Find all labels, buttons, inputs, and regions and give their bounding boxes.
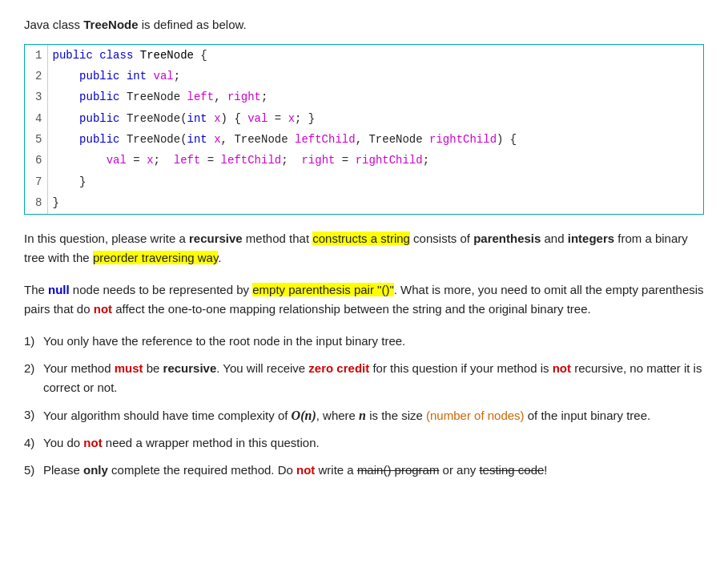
list-content-3: Your algorithm should have time complexi… (43, 405, 704, 426)
list-content-1: You only have the reference to the root … (43, 332, 704, 351)
list-num-2: 2) (24, 359, 43, 397)
zero-credit-label: zero credit (308, 361, 369, 375)
testing-code-label: testing code (479, 463, 544, 477)
line-num-5: 5 (25, 129, 47, 150)
line-num-3: 3 (25, 87, 47, 107)
code-line-1: public class TreeNode { (47, 45, 703, 66)
list-content-2: Your method must be recursive. You will … (43, 359, 704, 397)
integers-label: integers (568, 232, 614, 245)
code-row-4: 4 public TreeNode(int x) { val = x; } (25, 108, 703, 129)
code-row-6: 6 val = x; left = leftChild; right = rig… (25, 150, 703, 171)
line-num-6: 6 (25, 150, 47, 171)
code-table: 1 public class TreeNode { 2 public int v… (25, 45, 703, 214)
number-of-nodes-label: (number of nodes) (426, 409, 525, 422)
not-label-4: not (296, 463, 315, 477)
list-item-3: 3) Your algorithm should have time compl… (24, 405, 704, 426)
main-program-label: main() program (357, 463, 440, 477)
list-content-4: You do not need a wrapper method in this… (43, 433, 704, 453)
recursive-label-2: recursive (163, 361, 217, 375)
code-line-2: public int val; (47, 66, 703, 87)
code-row-7: 7 } (25, 171, 703, 192)
line-num-7: 7 (25, 171, 47, 192)
not-label-2: not (553, 361, 571, 375)
code-line-8: } (47, 192, 703, 213)
list-item-1: 1) You only have the reference to the ro… (24, 332, 704, 351)
parenthesis-label: parenthesis (473, 232, 541, 245)
not-label-3: not (83, 436, 102, 449)
list-item-5: 5) Please only complete the required met… (24, 461, 704, 480)
code-row-1: 1 public class TreeNode { (25, 45, 703, 66)
line-num-1: 1 (25, 45, 47, 66)
line-num-4: 4 (25, 108, 47, 129)
null-label: null (48, 283, 70, 296)
line-num-8: 8 (25, 192, 47, 213)
code-block: 1 public class TreeNode { 2 public int v… (24, 44, 704, 215)
code-line-6: val = x; left = leftChild; right = right… (47, 150, 703, 171)
list-item-2: 2) Your method must be recursive. You wi… (24, 359, 704, 397)
code-line-3: public TreeNode left, right; (47, 87, 703, 107)
intro-paragraph: Java class TreeNode is defined as below. (24, 16, 704, 34)
big-o-label: O(n) (292, 409, 316, 422)
empty-parens-highlight: empty parenthesis pair "()" (252, 283, 394, 296)
question-paragraph: In this question, please write a recursi… (24, 229, 704, 268)
list-num-1: 1) (24, 332, 43, 351)
list-num-5: 5) (24, 461, 43, 480)
null-paragraph: The null node needs to be represented by… (24, 280, 704, 319)
list-item-4: 4) You do not need a wrapper method in t… (24, 433, 704, 453)
code-row-3: 3 public TreeNode left, right; (25, 87, 703, 107)
code-line-4: public TreeNode(int x) { val = x; } (47, 108, 703, 129)
code-line-5: public TreeNode(int x, TreeNode leftChil… (47, 129, 703, 150)
must-label: must (115, 361, 143, 375)
list-content-5: Please only complete the required method… (43, 461, 704, 480)
recursive-label: recursive (189, 232, 243, 245)
not-label-1: not (94, 302, 112, 316)
code-row-5: 5 public TreeNode(int x, TreeNode leftCh… (25, 129, 703, 150)
n-label: n (359, 409, 366, 422)
list-num-3: 3) (24, 405, 43, 426)
only-label: only (83, 463, 108, 477)
line-num-2: 2 (25, 66, 47, 87)
code-line-7: } (47, 171, 703, 192)
code-row-2: 2 public int val; (25, 66, 703, 87)
list-section: 1) You only have the reference to the ro… (24, 332, 704, 481)
list-num-4: 4) (24, 433, 43, 453)
constructs-highlight: constructs a string (312, 232, 410, 245)
code-row-8: 8 } (25, 192, 703, 213)
classname: TreeNode (83, 18, 138, 31)
preorder-highlight: preorder traversing way (93, 251, 218, 264)
